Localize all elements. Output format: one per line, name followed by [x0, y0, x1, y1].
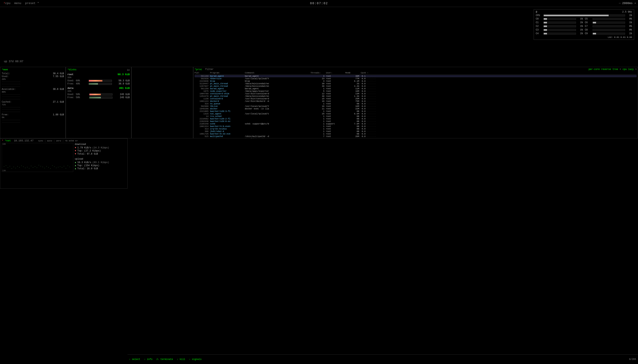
- table-row[interactable]: 1901124 dockerd /usr/bin/dockerd -H 16 r…: [194, 100, 637, 102]
- preset-item[interactable]: preset *: [23, 1, 41, 6]
- kill-btn[interactable]: ↓ kill: [177, 358, 185, 361]
- mem-cached-graph: ········································…: [2, 106, 64, 113]
- table-row[interactable]: 1901725 kworker/0:33-eve 1 root 0B 0.0 ·…: [194, 133, 637, 135]
- core-c7-label: C7: [585, 25, 592, 28]
- core-c8-row: C8 0%: [585, 28, 632, 31]
- root-disk-name-row: root 98.3 GiB: [68, 73, 130, 76]
- tree-btn[interactable]: tree: [612, 68, 618, 71]
- core-c0-bar: [544, 18, 547, 20]
- net-content: 10K 13K: [2, 143, 126, 182]
- table-row[interactable]: 515 multipathd /sbin/multipathd -d 7 roo…: [194, 135, 637, 138]
- core-c3-label: C3: [536, 28, 543, 31]
- root-used-label: Used: 60%: [68, 80, 82, 82]
- root-used-row: Used: 60% 59.3 GiB: [68, 80, 130, 82]
- proc-header-program: Program:: [210, 72, 245, 74]
- table-row[interactable]: 2185340 sshd sshd: support@pts/0 1 suppo…: [194, 123, 637, 125]
- svg-rect-5: [14, 167, 14, 167]
- table-row[interactable]: 315 nv_queue 1 root 0B 0.0 ·········: [194, 102, 637, 105]
- net-sync-btn[interactable]: sync: [38, 140, 43, 142]
- cpu-label[interactable]: cpu: [5, 2, 10, 5]
- core-c5-pct: 0%: [626, 18, 632, 20]
- cpu-lazy-btn[interactable]: cpu lazy: [622, 68, 634, 71]
- net-zero-btn[interactable]: zero: [56, 140, 61, 142]
- menu-item[interactable]: menu: [12, 1, 23, 6]
- terminate-btn[interactable]: J↓ terminate: [156, 358, 173, 361]
- table-row[interactable]: 592988 YDLive /usr/local/qcloud/Y 16 roo…: [194, 105, 637, 108]
- io-panel: [132, 67, 193, 138]
- table-row[interactable]: 1315 tat_agent /usr/local/qcloud/t 25 ro…: [194, 113, 637, 115]
- table-row[interactable]: 3119447 pt_main_thread /data/miniconda3/…: [194, 82, 637, 85]
- net-upload-top-val: (154 Kibps): [84, 164, 99, 167]
- mem-available-row: Available: 30.8 GiB: [2, 88, 64, 90]
- core-c3-row: C3 1%: [536, 28, 583, 31]
- core-c8-bar-container: [592, 29, 625, 31]
- data-free-bar: [90, 97, 101, 98]
- proc-filter-label[interactable]: filter: [205, 68, 214, 71]
- table-row[interactable]: 1130 containerd /usr/bin/containerd 15 r…: [194, 98, 637, 100]
- data-used-val: 245 GiB: [120, 93, 130, 96]
- proc-header-cpu: Cpu% ↑: [361, 72, 376, 74]
- table-row[interactable]: 1075 node_exporter /data/apps/exporter 5…: [194, 90, 637, 92]
- core-c2-bar: [544, 26, 547, 27]
- table-row[interactable]: 2202638 kworker/u20:0-ev 1 root 0B 0.0 ·…: [194, 120, 637, 122]
- table-row[interactable]: 396 jbd2/vda2-8 1 root 0B 0.0 ·········: [194, 130, 637, 132]
- root-used-bar-container: [89, 80, 112, 82]
- proc-panel-title: ⁴proc: [194, 68, 202, 71]
- cpu-overall-bar-container: [544, 14, 625, 16]
- page-info-value: 0/265: [629, 358, 636, 361]
- core-c1-label: C1: [536, 21, 543, 24]
- core-c7-row: C7 0%: [585, 25, 632, 28]
- net-download-kibps: (14.3 Kibps): [92, 146, 109, 149]
- mem-total-label: Total:: [2, 72, 10, 75]
- mem-panel: ²mem Total: 38.4 GiB Used: 7.55 GiB 20% …: [0, 67, 66, 138]
- core-c9-label: C9: [585, 32, 592, 35]
- table-row[interactable]: 561159 barad_agent barad_agent 1 root 11…: [194, 88, 637, 90]
- freq-row: @ 2.5 GHz: [536, 11, 632, 13]
- net-n-btn[interactable]: n>: [75, 140, 78, 142]
- preset-label: preset: [25, 2, 36, 5]
- table-row[interactable]: 2210582 kworker/u20:2-fl 1 root 0B 0.0 ·…: [194, 118, 637, 120]
- table-row[interactable]: 1101 snapd /usr/lib/snapd/snap 17 root 2…: [194, 138, 637, 138]
- arrow-right-icon: +: [634, 2, 636, 5]
- table-row[interactable]: 1949208 docker docker exec -it lla 11 ro…: [194, 108, 637, 110]
- mem-panel-title: ²mem: [2, 68, 64, 71]
- table-row[interactable]: 313 irq/33-nvidia 1 root 0B 0.0 ········…: [194, 128, 637, 130]
- table-row[interactable]: 2221065 kworker/u20:3-fl 1 root 0B 0.0 ·…: [194, 110, 637, 112]
- root-used-bar: [89, 80, 102, 82]
- select-btn[interactable]: ↓ select: [129, 358, 140, 361]
- table-row[interactable]: 592939 YDService /usr/local/qcloud/Y 23 …: [194, 78, 637, 80]
- mem-available-graph: ········································…: [2, 94, 64, 100]
- root-used-val: 59.3 GiB: [118, 80, 130, 82]
- table-row[interactable]: 1904769 containerd-shim /usr/bin/contain…: [194, 92, 637, 95]
- signals-btn[interactable]: ↓ signals: [189, 358, 202, 361]
- net-panel-header: ³³net 10.193.132.47 sync │ auto │ zero │…: [2, 139, 126, 142]
- root-disk-size: 98.3 GiB: [118, 73, 130, 76]
- reverse-btn[interactable]: reverse: [601, 68, 611, 71]
- svg-rect-33: [68, 166, 68, 166]
- data-free-label: Free: 50%: [68, 96, 82, 99]
- net-iface: eth0: [69, 140, 74, 142]
- table-row[interactable]: 2223936 btop btop 3 root 6.1M 0.0 ······…: [194, 80, 637, 82]
- table-row[interactable]: 561160 barad_agent barad_agent 4 root 48…: [194, 75, 637, 77]
- core-c1-bar: [544, 22, 547, 24]
- proc-header-threads: Threads:: [310, 72, 326, 74]
- svg-rect-3: [10, 166, 10, 166]
- table-row[interactable]: 1267837 pt_main_thread /data/miniconda3/…: [194, 85, 637, 87]
- core-c4-pct: 1%: [577, 32, 583, 35]
- svg-rect-7: [18, 166, 18, 166]
- cpu-menu-item[interactable]: ²cpu: [2, 1, 12, 6]
- net-b-btn[interactable]: <b: [65, 140, 68, 142]
- info-btn[interactable]: ↓ info: [144, 358, 152, 361]
- svg-rect-2: [8, 167, 8, 168]
- lav-row: LAV: 0.01 0.01 0.00: [536, 36, 632, 38]
- svg-rect-17: [37, 168, 37, 168]
- table-row[interactable]: 1454478 pt_main_thread /data/miniconda3/…: [194, 95, 637, 98]
- data-disk-section: data 491 GiB IO% Used: 50% 245 GiB Free:…: [68, 87, 130, 99]
- net-auto-btn[interactable]: auto: [47, 140, 52, 142]
- core-c1-row: C1 1%: [536, 21, 583, 24]
- per-core-btn[interactable]: per-core: [588, 68, 600, 71]
- bottom-bar: ↓ select ↓ info J↓ terminate ↓ kill ↓ si…: [128, 354, 638, 364]
- core-c0-row: C0 1%: [536, 18, 583, 20]
- table-row[interactable]: 14 rcu_sched 1 root 0B 0.0 ·········: [194, 115, 637, 118]
- table-row[interactable]: 1901324 kworker/4:9-even 1 root 0B 0.0 ·…: [194, 125, 637, 128]
